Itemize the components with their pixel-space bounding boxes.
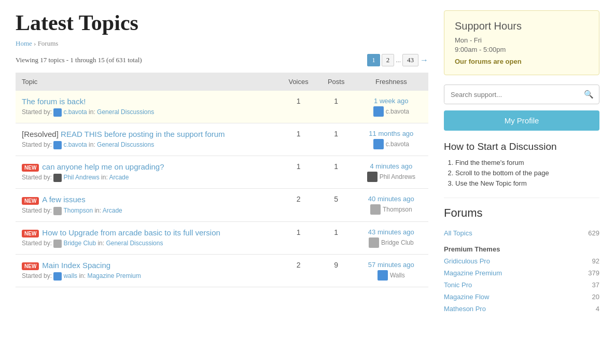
author-link[interactable]: walls — [63, 272, 77, 279]
forum-link[interactable]: Gridiculous Pro — [444, 257, 490, 265]
how-to-step: Use the New Topic form — [455, 179, 599, 187]
avatar — [53, 141, 62, 149]
category-link[interactable]: General Discussions — [97, 141, 154, 148]
freshness-cell: 40 minutes ago Thompson — [354, 189, 428, 221]
how-to-list: Find the theme's forumScroll to the bott… — [444, 159, 599, 187]
posts-cell: 1 — [318, 221, 354, 254]
posts-cell: 1 — [318, 156, 354, 189]
forum-link[interactable]: All Topics — [444, 229, 472, 237]
forum-count: 92 — [592, 257, 599, 265]
author-link[interactable]: c.bavota — [63, 141, 87, 148]
freshness-cell: 4 minutes ago Phil Andrews — [354, 156, 428, 189]
forum-list-item: Magazine Premium379 — [444, 267, 599, 279]
new-badge: New — [22, 197, 39, 205]
topic-title-link[interactable]: READ THIS before posting in the support … — [61, 130, 225, 138]
topic-title-link[interactable]: can anyone help me on upgrading? — [42, 162, 164, 171]
freshness-time[interactable]: 4 minutes ago — [360, 162, 422, 170]
page-btn-1[interactable]: 1 — [367, 54, 380, 66]
my-profile-button[interactable]: My Profile — [444, 110, 599, 131]
freshness-time[interactable]: 11 months ago — [360, 130, 422, 137]
freshness-user: Thompson — [360, 204, 422, 215]
category-link[interactable]: Arcade — [103, 207, 122, 214]
page-btn-43[interactable]: 43 — [402, 54, 418, 66]
topic-title-link[interactable]: The forum is back! — [22, 97, 86, 106]
support-hours: 9:00am - 5:00pm — [455, 46, 589, 53]
category-link[interactable]: Magazine Premium — [87, 272, 141, 279]
freshness-avatar — [373, 106, 384, 117]
forum-count: 629 — [588, 229, 599, 237]
page-btn-2[interactable]: 2 — [382, 54, 395, 66]
how-to-step: Find the theme's forum — [455, 159, 599, 166]
avatar — [53, 207, 62, 215]
pagination: 1 2 ... 43 → — [367, 54, 428, 66]
support-status: Our forums are open — [455, 58, 589, 65]
topic-meta: Started by: Phil Andrews in: Arcade — [22, 174, 273, 182]
pagination-dots: ... — [396, 56, 401, 64]
topic-title-link[interactable]: Main Index Spacing — [42, 261, 110, 270]
author-link[interactable]: Thompson — [63, 207, 93, 214]
freshness-time[interactable]: 40 minutes ago — [360, 195, 422, 203]
forum-list-item: Premium Themes — [444, 239, 599, 255]
avatar — [53, 240, 62, 248]
search-box: 🔍 — [444, 85, 599, 104]
table-row: NewMain Index SpacingStarted by: walls i… — [16, 254, 428, 287]
forum-list-item: Gridiculous Pro92 — [444, 255, 599, 267]
how-to-title: How to Start a Discussion — [444, 141, 599, 152]
topic-meta: Started by: Bridge Club in: General Disc… — [22, 240, 273, 248]
breadcrumb-home[interactable]: Home — [16, 39, 32, 47]
freshness-avatar — [378, 270, 388, 281]
search-button[interactable]: 🔍 — [579, 85, 599, 104]
forum-list: All Topics629Premium ThemesGridiculous P… — [444, 227, 599, 315]
forum-link[interactable]: Magazine Flow — [444, 293, 489, 301]
freshness-user: c.bavota — [360, 106, 422, 117]
new-badge: New — [22, 230, 39, 237]
freshness-user: Bridge Club — [360, 237, 422, 248]
main-content: Latest Topics Home › Forums Viewing 17 t… — [16, 10, 428, 315]
freshness-user: Walls — [360, 270, 422, 281]
author-link[interactable]: Phil Andrews — [63, 174, 99, 181]
posts-cell: 5 — [318, 189, 354, 221]
forum-count: 4 — [596, 305, 599, 313]
sidebar: Support Hours Mon - Fri 9:00am - 5:00pm … — [444, 10, 599, 315]
forum-count: 379 — [588, 269, 599, 277]
avatar — [53, 174, 62, 182]
freshness-time[interactable]: 43 minutes ago — [360, 228, 422, 236]
topic-cell: The forum is back!Started by: c.bavota i… — [16, 91, 279, 123]
freshness-avatar — [369, 237, 379, 248]
topic-title-link[interactable]: How to Upgrade from arcade basic to its … — [42, 228, 220, 237]
search-input[interactable] — [444, 86, 579, 103]
category-link[interactable]: Arcade — [109, 174, 129, 181]
table-row: Newcan anyone help me on upgrading?Start… — [16, 156, 428, 189]
topic-meta: Started by: Thompson in: Arcade — [22, 207, 273, 215]
voices-cell: 1 — [279, 221, 318, 254]
support-hours-title: Support Hours — [455, 20, 589, 32]
posts-cell: 9 — [318, 254, 354, 287]
avatar — [53, 108, 62, 117]
forum-section-label: Premium Themes — [444, 241, 500, 253]
new-badge: New — [22, 262, 39, 270]
topic-title-link[interactable]: A few issues — [42, 195, 85, 204]
pager-info-bar: Viewing 17 topics - 1 through 15 (of 631… — [16, 54, 428, 66]
page-next-arrow[interactable]: → — [420, 55, 428, 65]
freshness-cell: 11 months ago c.bavota — [354, 123, 428, 156]
new-badge: New — [22, 164, 39, 172]
topics-table: Topic Voices Posts Freshness The forum i… — [16, 73, 428, 287]
author-link[interactable]: Bridge Club — [63, 240, 96, 247]
author-link[interactable]: c.bavota — [63, 108, 87, 116]
freshness-cell: 1 week ago c.bavota — [354, 91, 428, 123]
freshness-time[interactable]: 1 week ago — [360, 97, 422, 105]
table-row: NewA few issuesStarted by: Thompson in: … — [16, 189, 428, 221]
forum-list-item: Tonic Pro37 — [444, 279, 599, 291]
col-header-posts: Posts — [318, 73, 354, 91]
freshness-avatar — [367, 172, 378, 182]
forum-link[interactable]: Tonic Pro — [444, 281, 472, 289]
forum-count: 37 — [592, 281, 599, 289]
freshness-time[interactable]: 57 minutes ago — [360, 261, 422, 269]
forum-link[interactable]: Matheson Pro — [444, 305, 486, 313]
col-header-topic: Topic — [16, 73, 279, 91]
avatar — [53, 272, 62, 281]
forum-link[interactable]: Magazine Premium — [444, 269, 502, 277]
posts-cell: 1 — [318, 91, 354, 123]
category-link[interactable]: General Discussions — [97, 108, 154, 116]
category-link[interactable]: General Discussions — [106, 240, 163, 247]
